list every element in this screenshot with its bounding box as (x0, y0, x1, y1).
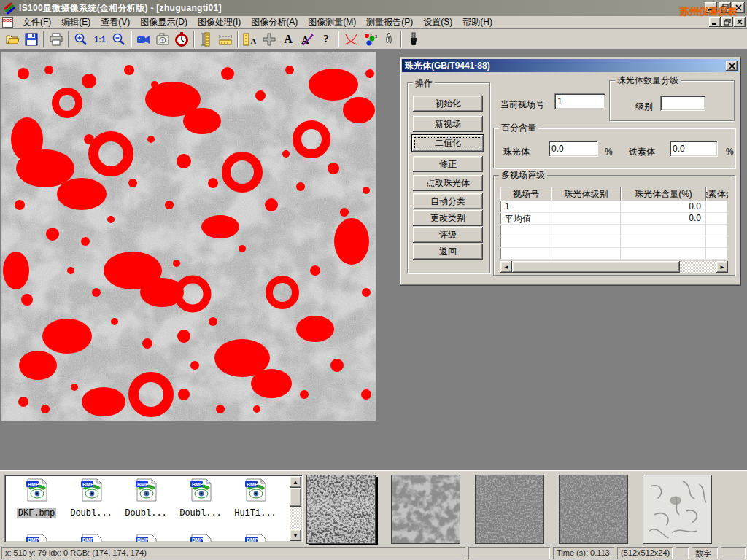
capture-button[interactable] (153, 31, 172, 48)
thumbnail-2[interactable] (391, 475, 460, 544)
minimize-icon[interactable] (705, 2, 717, 13)
menu-image-analysis[interactable]: 图像分析(A) (246, 15, 303, 29)
table-row-empty (500, 248, 728, 260)
thumbnail-3[interactable] (475, 475, 544, 544)
svg-text:A: A (250, 36, 257, 47)
file-name[interactable]: Doubl... (123, 508, 169, 518)
new-field-button[interactable]: 新视场 (413, 116, 483, 132)
pen-button[interactable] (379, 31, 398, 48)
menu-settings[interactable]: 设置(S) (418, 15, 457, 29)
thumbnail-5[interactable] (643, 475, 712, 544)
child-restore-icon[interactable] (721, 17, 733, 27)
file-name[interactable]: Doubl... (69, 508, 114, 518)
grade-button[interactable]: 评级 (413, 227, 483, 243)
file-item[interactable]: BMP (120, 533, 172, 542)
ferrite-percent-input[interactable] (670, 141, 718, 157)
metallographic-image[interactable] (1, 52, 376, 421)
file-item[interactable]: BMP (229, 533, 282, 542)
close-icon[interactable] (732, 2, 745, 13)
pearlite-label: 珠光体 (503, 146, 530, 158)
cursor-coordinates: x: 510 y: 79 idx: 0 RGB: (174, 174, 174) (1, 547, 465, 559)
ruler-button[interactable] (216, 31, 235, 48)
table-horizontal-scrollbar[interactable]: ◄ ► (500, 261, 728, 273)
menu-image-measure[interactable]: 图像测量(M) (303, 15, 361, 29)
zoom-out-button[interactable] (109, 31, 128, 48)
rating-table[interactable]: 视场号 珠光体级别 珠光体含量(%) 铁素体含量(%) 1 0.0 平均值 0.… (500, 187, 728, 260)
bmp-file-icon: BMP (24, 478, 49, 502)
pearlite-percent-input[interactable] (549, 141, 598, 157)
return-button[interactable]: 返回 (413, 244, 483, 260)
edit-text-button[interactable]: A (298, 31, 317, 48)
video-capture-button[interactable] (134, 31, 153, 48)
current-field-input[interactable] (554, 93, 605, 109)
timer-button[interactable] (172, 31, 191, 48)
open-file-button[interactable] (3, 31, 22, 48)
grade-level-input[interactable] (660, 96, 705, 111)
menu-report[interactable]: 测量报告(P) (361, 15, 418, 29)
stopwatch-icon (174, 32, 189, 47)
menu-file[interactable]: 文件(F) (18, 15, 56, 29)
thumbnail-4[interactable] (559, 475, 628, 544)
file-item[interactable]: BMP Doubl... (120, 478, 172, 518)
pick-pearlite-button[interactable]: 点取珠光体 (413, 175, 483, 191)
child-close-icon[interactable] (734, 17, 746, 27)
file-name[interactable]: Doubl... (178, 508, 223, 518)
file-item[interactable]: BMP Doubl... (174, 478, 227, 518)
menu-view[interactable]: 查看(V) (96, 15, 135, 29)
file-item[interactable]: BMP (10, 533, 63, 542)
child-minimize-icon[interactable] (709, 17, 721, 27)
restore-icon[interactable] (719, 2, 731, 13)
bmp-file-icon: BMP (188, 478, 213, 502)
document-icon[interactable]: DOC (2, 17, 13, 28)
file-item[interactable]: BMP (65, 533, 117, 542)
file-item[interactable]: BMP HuiTi... (229, 478, 282, 518)
scrollbar-thumb[interactable] (512, 261, 680, 273)
zoom-actual-button[interactable]: 1:1 (90, 31, 109, 48)
dialog-close-icon[interactable] (726, 61, 738, 71)
caliper-button[interactable] (197, 31, 216, 48)
menu-edit[interactable]: 编辑(E) (56, 15, 96, 29)
curve-button[interactable] (341, 31, 360, 48)
table-row[interactable]: 1 0.0 (500, 201, 728, 213)
zoom-in-button[interactable] (71, 31, 90, 48)
initialize-button[interactable]: 初始化 (413, 96, 483, 112)
measure-label-button[interactable]: A (241, 31, 260, 48)
scrollbar-thumb[interactable] (290, 488, 301, 507)
thumbnail-1[interactable] (306, 475, 376, 544)
text-button[interactable]: A (279, 31, 298, 48)
save-button[interactable] (22, 31, 41, 48)
change-class-button[interactable]: 更改类别 (413, 210, 483, 226)
svg-text:BMP: BMP (137, 537, 149, 542)
status-panel-empty (676, 547, 689, 559)
svg-text:BMP: BMP (247, 482, 258, 487)
scroll-up-icon[interactable]: ▲ (290, 476, 301, 488)
menu-image-process[interactable]: 图像处理(I) (193, 15, 246, 29)
brush-button[interactable] (404, 31, 423, 48)
binarize-button[interactable]: 二值化 (411, 134, 484, 152)
dialog-title-bar[interactable]: 珠光体(GB/T9441-88) (402, 59, 739, 72)
file-item[interactable]: BMP DKF.bmp (10, 478, 63, 518)
grade-level-label: 级别 (635, 101, 653, 113)
menu-image-display[interactable]: 图像显示(D) (135, 15, 193, 29)
text-a-icon: A (284, 33, 293, 46)
scroll-left-icon[interactable]: ◄ (500, 261, 512, 273)
scroll-down-icon[interactable]: ▼ (290, 529, 301, 541)
help-button[interactable]: ? (317, 31, 336, 48)
table-row[interactable]: 平均值 0.0 (500, 213, 728, 225)
file-name[interactable]: HuiTi... (233, 508, 278, 518)
move-button[interactable] (260, 31, 279, 48)
print-button[interactable] (47, 31, 66, 48)
file-item[interactable]: BMP Doubl... (65, 478, 117, 518)
scrollbar-track[interactable] (680, 261, 716, 273)
rgb-dots-icon: 13 (363, 32, 377, 47)
menu-help[interactable]: 帮助(H) (457, 15, 498, 29)
file-name[interactable]: DKF.bmp (17, 508, 56, 518)
classify-points-button[interactable]: 13 (360, 31, 379, 48)
scroll-right-icon[interactable]: ► (716, 261, 728, 273)
text-edit-icon: A (300, 32, 314, 47)
file-item[interactable]: BMP (174, 533, 227, 542)
correct-button[interactable]: 修正 (413, 156, 483, 172)
file-list-scrollbar[interactable]: ▲ ▼ (290, 476, 301, 541)
auto-classify-button[interactable]: 自动分类 (413, 193, 483, 209)
file-list[interactable]: BMP DKF.bmp BMP Doubl... BMP Doubl... BM… (4, 475, 303, 542)
